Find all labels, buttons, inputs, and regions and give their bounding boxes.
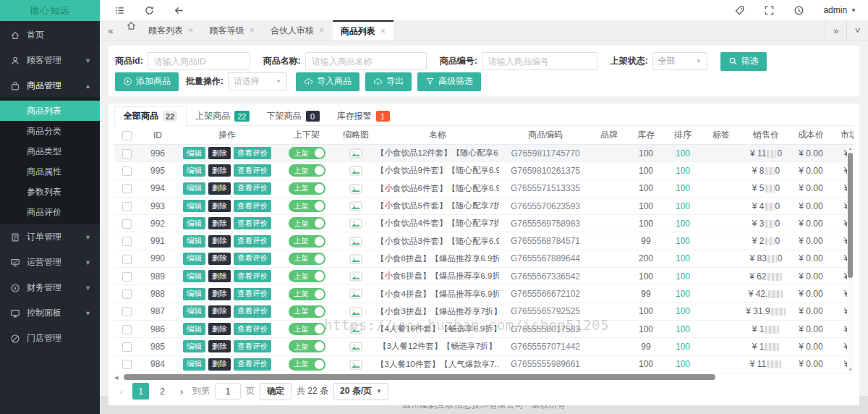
- tabs-menu-icon[interactable]: ˅: [846, 20, 868, 41]
- sidebar-subitem[interactable]: 商品属性: [0, 161, 100, 182]
- add-product-button[interactable]: 添加商品: [115, 72, 179, 91]
- on-shelf-toggle[interactable]: 上架: [289, 340, 326, 352]
- view-reviews-button[interactable]: 查看评价: [234, 200, 271, 212]
- thumbnail-image-icon[interactable]: [349, 342, 362, 352]
- close-tab-icon[interactable]: ✕: [319, 27, 325, 34]
- select-all-checkbox[interactable]: [122, 131, 132, 140]
- view-reviews-button[interactable]: 查看评价: [234, 164, 271, 177]
- sort-value[interactable]: 100: [676, 271, 690, 282]
- delete-button[interactable]: 删除: [208, 217, 231, 229]
- view-reviews-button[interactable]: 查看评价: [234, 147, 271, 159]
- nav-tab[interactable]: 商品列表✕: [333, 20, 394, 41]
- clock-icon[interactable]: [793, 5, 804, 16]
- thumbnail-image-icon[interactable]: [349, 289, 362, 299]
- sidebar-subitem[interactable]: 商品评价: [0, 202, 100, 222]
- on-shelf-toggle[interactable]: 上架: [289, 217, 326, 229]
- row-checkbox[interactable]: [122, 149, 132, 159]
- edit-button[interactable]: 编辑: [183, 270, 205, 282]
- product-id-input[interactable]: [148, 52, 250, 70]
- sidebar-item-1[interactable]: 顾客管理▼: [0, 48, 100, 73]
- thumbnail-image-icon[interactable]: [349, 237, 362, 247]
- scroll-left-icon[interactable]: ◀: [114, 374, 118, 381]
- row-checkbox[interactable]: [122, 184, 132, 193]
- edit-button[interactable]: 编辑: [183, 340, 205, 352]
- thumbnail-image-icon[interactable]: [349, 201, 362, 211]
- edit-button[interactable]: 编辑: [183, 164, 205, 177]
- sort-value[interactable]: 100: [676, 342, 690, 352]
- sort-value[interactable]: 100: [676, 148, 690, 159]
- vertical-scrollbar-thumb[interactable]: [848, 153, 853, 278]
- thumbnail-image-icon[interactable]: [349, 166, 362, 176]
- sidebar-item-5[interactable]: 财务管理▼: [0, 275, 100, 300]
- sidebar-item-2[interactable]: 商品管理▲: [0, 73, 100, 98]
- sort-value[interactable]: 100: [676, 236, 690, 246]
- thumbnail-image-icon[interactable]: [349, 307, 362, 317]
- sort-value[interactable]: 100: [676, 201, 690, 211]
- edit-button[interactable]: 编辑: [183, 358, 205, 371]
- tabs-scroll-right-icon[interactable]: »: [825, 20, 846, 41]
- row-checkbox[interactable]: [122, 290, 132, 299]
- row-checkbox[interactable]: [122, 360, 132, 369]
- sort-value[interactable]: 100: [676, 219, 690, 229]
- row-checkbox[interactable]: [122, 237, 132, 246]
- advanced-filter-button[interactable]: 高级筛选: [417, 72, 481, 91]
- home-tab-icon[interactable]: [122, 20, 140, 31]
- on-shelf-toggle[interactable]: 上架: [289, 323, 326, 335]
- edit-button[interactable]: 编辑: [183, 253, 205, 265]
- on-shelf-toggle[interactable]: 上架: [289, 182, 326, 195]
- on-shelf-toggle[interactable]: 上架: [289, 270, 326, 282]
- delete-button[interactable]: 删除: [208, 253, 231, 265]
- sidebar-subitem[interactable]: 商品列表: [0, 101, 100, 121]
- sidebar-subitem[interactable]: 商品分类: [0, 121, 100, 141]
- sidebar-item-6[interactable]: 控制面板▼: [0, 300, 100, 326]
- delete-button[interactable]: 删除: [208, 340, 231, 352]
- delete-button[interactable]: 删除: [208, 147, 231, 159]
- edit-button[interactable]: 编辑: [183, 217, 205, 229]
- row-checkbox[interactable]: [122, 166, 132, 176]
- sort-value[interactable]: 100: [676, 359, 690, 369]
- tabs-scroll-left-icon[interactable]: «: [100, 20, 122, 41]
- vertical-scrollbar[interactable]: ▲ ▼: [847, 145, 854, 373]
- view-reviews-button[interactable]: 查看评价: [234, 217, 271, 229]
- import-button[interactable]: 导入商品: [296, 72, 359, 91]
- page-size-select[interactable]: 20 条/页 ▼: [333, 383, 388, 400]
- row-checkbox[interactable]: [122, 202, 132, 211]
- fullscreen-icon[interactable]: [764, 5, 775, 16]
- on-shelf-toggle[interactable]: 上架: [289, 253, 326, 265]
- next-page-button[interactable]: ›: [176, 386, 187, 397]
- sort-value[interactable]: 100: [676, 183, 690, 193]
- close-tab-icon[interactable]: ✕: [250, 27, 255, 34]
- view-reviews-button[interactable]: 查看评价: [234, 253, 271, 265]
- delete-button[interactable]: 删除: [208, 358, 231, 371]
- delete-button[interactable]: 删除: [208, 200, 231, 212]
- horizontal-scrollbar[interactable]: ◀: [114, 374, 854, 381]
- view-reviews-button[interactable]: 查看评价: [234, 358, 271, 371]
- sort-value[interactable]: 100: [676, 253, 690, 263]
- batch-select[interactable]: 请选择 ▼: [228, 72, 287, 90]
- view-reviews-button[interactable]: 查看评价: [234, 235, 271, 248]
- delete-button[interactable]: 删除: [208, 288, 231, 300]
- sort-value[interactable]: 100: [676, 166, 690, 176]
- thumbnail-image-icon[interactable]: [349, 360, 362, 370]
- goto-page-input[interactable]: [215, 383, 241, 400]
- edit-button[interactable]: 编辑: [183, 235, 205, 248]
- view-reviews-button[interactable]: 查看评价: [234, 182, 271, 195]
- row-checkbox[interactable]: [122, 219, 132, 229]
- nav-tab[interactable]: 顾客等级✕: [202, 20, 263, 41]
- scroll-up-icon[interactable]: ▲: [847, 146, 854, 151]
- sort-value[interactable]: 100: [676, 306, 690, 316]
- user-menu[interactable]: admin ▼: [823, 5, 856, 15]
- thumbnail-image-icon[interactable]: [349, 184, 362, 194]
- sort-value[interactable]: 100: [676, 289, 690, 299]
- view-reviews-button[interactable]: 查看评价: [234, 270, 271, 282]
- on-shelf-toggle[interactable]: 上架: [289, 305, 326, 318]
- sidebar-item-0[interactable]: 首页: [0, 22, 100, 48]
- status-tab[interactable]: 上架商品22: [187, 106, 258, 126]
- thumbnail-image-icon[interactable]: [349, 148, 362, 159]
- delete-button[interactable]: 删除: [208, 164, 231, 177]
- thumbnail-image-icon[interactable]: [349, 219, 362, 229]
- view-reviews-button[interactable]: 查看评价: [234, 288, 271, 300]
- nav-tab[interactable]: 合伙人审核✕: [263, 20, 333, 41]
- on-shelf-toggle[interactable]: 上架: [289, 200, 326, 212]
- view-reviews-button[interactable]: 查看评价: [234, 340, 271, 352]
